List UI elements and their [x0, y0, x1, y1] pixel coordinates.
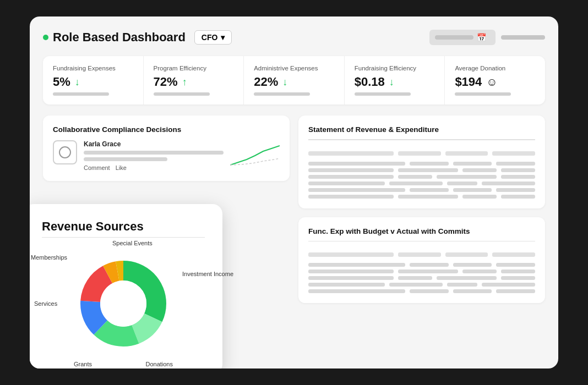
- revenue-title: Revenue Sources: [42, 219, 205, 234]
- compliance-user: Karla Grace: [84, 140, 224, 148]
- stat-value-row: 5% ↓: [53, 75, 133, 89]
- mini-chart: [230, 140, 280, 168]
- content-line-1: [84, 151, 224, 155]
- func-exp-divider: [308, 241, 535, 242]
- th-cell: [308, 151, 394, 156]
- table-row: [308, 195, 535, 199]
- right-column: Statement of Revenue & Expenditure: [298, 116, 545, 303]
- stat-value: $0.18: [355, 75, 385, 89]
- stat-card-fundraising-efficiency: Fundraising Efficiency $0.18 ↓: [345, 56, 445, 105]
- role-label: CFO: [202, 33, 218, 42]
- stat-label: Administrive Expenses: [254, 65, 334, 72]
- statement-card: Statement of Revenue & Expenditure: [298, 116, 545, 208]
- statement-table: [308, 151, 535, 199]
- role-selector[interactable]: CFO ▾: [194, 30, 232, 45]
- stat-value: 22%: [254, 75, 278, 89]
- stat-label: Program Efficiency: [154, 65, 234, 72]
- donut-chart: [68, 249, 178, 359]
- table-header: [308, 252, 535, 257]
- revenue-divider: [42, 237, 205, 238]
- th-cell: [445, 151, 488, 156]
- stat-value: 72%: [154, 75, 178, 89]
- like-action[interactable]: Like: [116, 164, 127, 171]
- header-right: 📅: [429, 30, 545, 45]
- table-row: [308, 263, 535, 267]
- table-row: [308, 283, 535, 287]
- func-exp-table: [308, 252, 535, 293]
- header-line-placeholder: [501, 35, 545, 40]
- th-cell: [492, 151, 535, 156]
- header: Role Based Dashboard CFO ▾ 📅: [43, 30, 545, 45]
- user-icon: [59, 146, 71, 158]
- stat-card-program-efficiency: Program Efficiency 72% ↑: [144, 56, 244, 105]
- label-services: Services: [34, 300, 57, 307]
- comment-action[interactable]: Comment: [84, 164, 110, 171]
- svg-point-7: [100, 280, 146, 327]
- table-row: [308, 188, 535, 192]
- header-title: Role Based Dashboard: [43, 30, 186, 45]
- th-cell: [492, 252, 535, 257]
- compliance-title: Collaborative Compliance Decisions: [53, 125, 280, 134]
- stat-value-row: $194 ☺: [455, 75, 535, 89]
- label-memberships: Memberships: [31, 254, 67, 261]
- statement-divider: [308, 139, 535, 140]
- table-row: [308, 168, 535, 172]
- arrow-down-icon: ↓: [282, 76, 287, 88]
- stat-value-row: 22% ↓: [254, 75, 334, 89]
- stat-card-admin-expenses: Administrive Expenses 22% ↓: [244, 56, 345, 105]
- compliance-inner: Karla Grace Comment Like: [53, 140, 280, 171]
- stat-bar: [355, 92, 411, 96]
- stat-value-row: $0.18 ↓: [355, 75, 435, 89]
- donut-area: Special Events Investment Income Donatio…: [42, 249, 205, 359]
- th-cell: [445, 252, 488, 257]
- content-line-2: [84, 157, 167, 161]
- stat-card-fundraising-expenses: Fundraising Expenses 5% ↓: [43, 56, 144, 105]
- compliance-content: Karla Grace Comment Like: [84, 140, 224, 171]
- donut-wrapper: Special Events Investment Income Donatio…: [68, 249, 178, 359]
- revenue-card: Revenue Sources: [30, 204, 222, 369]
- stat-value: 5%: [53, 75, 70, 89]
- table-row: [308, 162, 535, 166]
- stat-label: Fundraising Efficiency: [355, 65, 435, 72]
- th-cell: [398, 151, 441, 156]
- stat-label: Fundraising Expenses: [53, 65, 133, 72]
- stat-bar: [154, 92, 210, 96]
- stat-bar: [254, 92, 310, 96]
- status-dot: [43, 35, 48, 40]
- label-donations: Donations: [145, 361, 173, 367]
- stat-card-avg-donation: Average Donation $194 ☺: [445, 56, 545, 105]
- th-cell: [308, 252, 394, 257]
- func-exp-card: Func. Exp with Budget v Actual with Comm…: [298, 217, 545, 304]
- table-row: [308, 289, 535, 293]
- chevron-down-icon: ▾: [221, 33, 225, 42]
- table-row: [308, 270, 535, 273]
- th-cell: [398, 252, 441, 257]
- stat-value-row: 72% ↑: [154, 75, 234, 89]
- table-row: [308, 175, 535, 179]
- stat-bar: [53, 92, 109, 96]
- arrow-down-icon: ↓: [389, 76, 394, 88]
- compliance-actions: Comment Like: [84, 164, 224, 171]
- statement-title: Statement of Revenue & Expenditure: [308, 125, 535, 134]
- label-grants: Grants: [74, 361, 92, 367]
- stat-value: $194: [455, 75, 482, 89]
- date-input[interactable]: 📅: [429, 30, 496, 45]
- label-investment-income: Investment Income: [182, 271, 233, 277]
- label-special-events: Special Events: [112, 240, 153, 246]
- calendar-icon: 📅: [477, 33, 486, 42]
- table-header: [308, 151, 535, 156]
- func-exp-title: Func. Exp with Budget v Actual with Comm…: [308, 227, 535, 235]
- arrow-up-icon: ↑: [182, 76, 187, 88]
- page-title: Role Based Dashboard: [53, 30, 186, 45]
- stat-label: Average Donation: [455, 65, 535, 72]
- stats-row: Fundraising Expenses 5% ↓ Program Effici…: [43, 56, 545, 105]
- avatar: [53, 140, 77, 164]
- arrow-down-icon: ↓: [75, 76, 80, 88]
- dashboard-container: Role Based Dashboard CFO ▾ 📅 Fundraising…: [30, 16, 558, 369]
- stat-bar: [455, 92, 511, 96]
- table-row: [308, 182, 535, 185]
- date-bar-placeholder: [435, 35, 473, 40]
- table-row: [308, 276, 535, 280]
- smiley-icon: ☺: [486, 76, 497, 89]
- compliance-card: Collaborative Compliance Decisions Karla…: [43, 116, 290, 181]
